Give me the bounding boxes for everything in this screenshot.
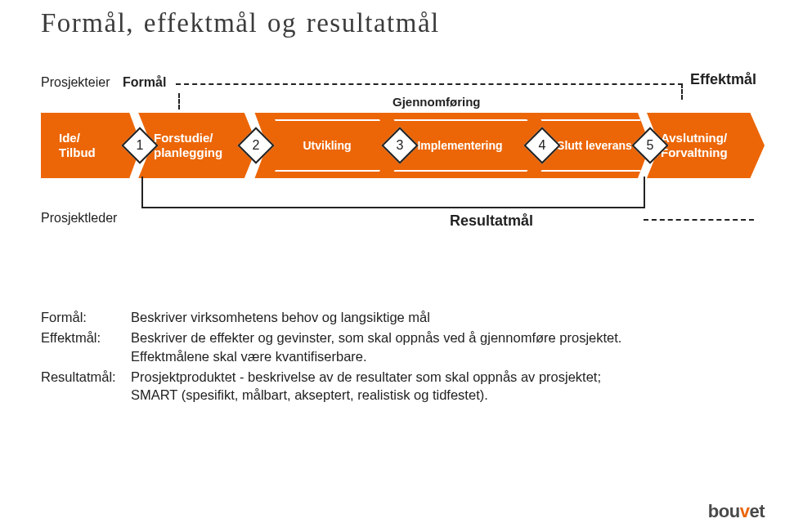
definition-resultatmal: Resultatmål: Prosjektproduktet - beskriv… — [41, 368, 760, 405]
owner-role-label: Prosjekteier — [41, 75, 110, 90]
milestone-number: 1 — [137, 138, 144, 153]
def-text-line1: Prosjektproduktet - beskrivelse av de re… — [131, 369, 601, 384]
dashed-connector-right — [681, 83, 683, 100]
phase2-line1: Forstudie/ — [154, 131, 213, 145]
phase-label: Avslutning/ Forvaltning — [661, 131, 728, 160]
phase1-line1: Ide/ — [59, 131, 80, 145]
phase-label: Ide/ Tilbud — [59, 131, 96, 160]
def-text-line1: Beskriver de effekter og gevinster, som … — [131, 330, 621, 345]
def-text-line2: SMART (spesifikt, målbart, akseptert, re… — [131, 387, 488, 402]
leader-goal-label: Resultatmål — [450, 212, 533, 230]
subphase-label: Utvikling — [303, 139, 351, 152]
milestone-number: 3 — [397, 138, 404, 153]
milestone-number: 2 — [253, 138, 260, 153]
project-leader-row: Prosjektleder Resultatmål — [41, 203, 760, 252]
milestone-number: 4 — [539, 138, 546, 153]
bracket-horizontal — [141, 207, 645, 208]
def-text-line2: Effektmålene skal være kvantifiserbare. — [131, 349, 367, 364]
definition-formal: Formål: Beskriver virksomhetens behov og… — [41, 308, 760, 326]
phase1-line2: Tilbud — [59, 145, 96, 159]
milestone-number: 5 — [647, 138, 654, 153]
phase5-line1: Avslutning/ — [661, 131, 727, 145]
dashed-connector-left — [178, 93, 180, 110]
process-diagram: Prosjekteier Formål Effektmål Ide/ Tilbu… — [41, 75, 760, 279]
def-term: Formål: — [41, 308, 131, 326]
def-text: Beskriver virksomhetens behov og langsik… — [131, 308, 760, 326]
bracket-right-vertical — [644, 177, 645, 208]
page-title: Formål, effektmål og resultatmål — [41, 8, 760, 38]
dashed-line-right — [644, 219, 754, 221]
logo-accent: v — [740, 501, 750, 521]
definitions-block: Formål: Beskriver virksomhetens behov og… — [41, 308, 760, 404]
phase-label: Forstudie/ planlegging — [154, 131, 222, 160]
phase-gjennomforing-container: Utvikling Implementering Slutt leverans — [241, 113, 650, 178]
phase5-line2: Forvaltning — [661, 145, 728, 159]
logo-part: bou — [708, 501, 740, 521]
def-term: Resultatmål: — [41, 368, 131, 405]
def-text: Beskriver de effekter og gevinster, som … — [131, 329, 760, 365]
phase-gjennomforing-header: Gjennomføring — [392, 95, 481, 109]
definition-effektmal: Effektmål: Beskriver de effekter og gevi… — [41, 329, 760, 365]
subphase-label: Implementering — [417, 139, 502, 152]
phase2-line2: planlegging — [154, 145, 222, 159]
dashed-line-top — [176, 83, 683, 85]
leader-role-label: Prosjektleder — [41, 211, 117, 226]
def-term: Effektmål: — [41, 329, 131, 365]
subphase-label: Slutt leverans — [557, 139, 632, 152]
owner-end-goal-label: Effektmål — [690, 71, 756, 88]
logo-part: et — [749, 501, 765, 521]
bouvet-logo: bouvet — [708, 501, 765, 522]
process-flow: Ide/ Tilbud Forstudie/ planlegging Gjenn… — [41, 113, 760, 178]
subphase-utvikling: Utvikling — [262, 119, 392, 172]
owner-start-goal-label: Formål — [123, 75, 166, 90]
def-text: Prosjektproduktet - beskrivelse av de re… — [131, 368, 760, 405]
bracket-left-vertical — [141, 177, 143, 208]
